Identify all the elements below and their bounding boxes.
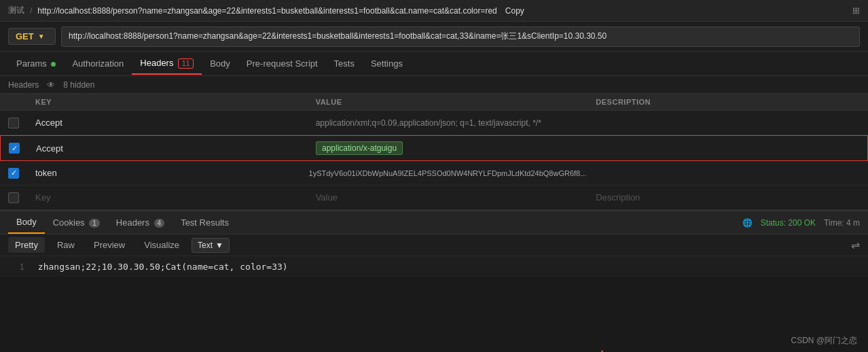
row2-value[interactable]: 1ySTdyV6o01iXDbWpNuA9IZEL4PSSOd0NW4NRYLF… xyxy=(301,164,595,183)
row3-desc[interactable]: Description xyxy=(587,187,868,208)
sort-icon[interactable]: ⇌ xyxy=(851,239,860,251)
row3-value[interactable]: Value xyxy=(308,187,588,208)
code-content: zhangsan;22;10.30.30.50;Cat(name=cat, co… xyxy=(38,262,288,272)
row0-key[interactable]: Accept xyxy=(27,112,308,133)
row0-desc[interactable] xyxy=(587,118,868,128)
chevron-down-icon: ▼ xyxy=(215,241,223,250)
row1-checkbox[interactable] xyxy=(9,143,20,154)
status-text: Status: 200 OK xyxy=(761,218,816,228)
tab-tests[interactable]: Tests xyxy=(326,53,363,74)
row0-value[interactable]: application/xml;q=0.09,application/json;… xyxy=(308,113,588,133)
url-input[interactable] xyxy=(61,27,860,47)
tab-cookies[interactable]: Cookies 1 xyxy=(45,212,108,233)
headers-response-badge: 4 xyxy=(154,219,165,228)
row2-checkbox[interactable] xyxy=(8,168,19,179)
top-bar: 测试 / http://localhost:8888/person?name=z… xyxy=(0,0,868,22)
subheader-label: Headers xyxy=(8,80,39,90)
footer: CSDN @阿门之恋 xyxy=(791,335,857,347)
tab-response-headers[interactable]: Headers 4 xyxy=(108,212,173,233)
row1-value[interactable]: application/x-atguigu xyxy=(308,136,587,160)
col-key: KEY xyxy=(27,98,308,106)
chevron-down-icon: ▼ xyxy=(38,33,45,40)
sub-header: Headers 👁 8 hidden xyxy=(0,76,868,94)
pretty-toolbar: Pretty Raw Preview Visualize Text ▼ ⇌ xyxy=(0,234,868,256)
value-highlight-badge: application/x-atguigu xyxy=(316,141,403,155)
headers-badge: 11 xyxy=(178,58,194,69)
time-text: Time: 4 m xyxy=(824,218,860,228)
table-row: Accept application/xml;q=0.09,applicatio… xyxy=(0,111,868,135)
col-description: DESCRIPTION xyxy=(587,98,868,106)
eye-icon: 👁 xyxy=(47,80,55,90)
url-bar: GET ▼ xyxy=(0,22,868,52)
tab-raw[interactable]: Raw xyxy=(50,237,82,253)
tab-authorization[interactable]: Authorization xyxy=(64,53,132,74)
tab-headers[interactable]: Headers 11 xyxy=(132,52,202,75)
tab-response-body[interactable]: Body xyxy=(8,211,45,234)
line-number: 1 xyxy=(8,262,24,272)
top-bar-url: http://localhost:8888/person?name=zhangs… xyxy=(37,6,496,16)
row1-key[interactable]: Accept xyxy=(28,138,308,159)
cookies-badge: 1 xyxy=(89,219,100,228)
method-dropdown[interactable]: GET ▼ xyxy=(8,28,56,45)
row1-desc[interactable] xyxy=(587,143,867,154)
tab-body[interactable]: Body xyxy=(202,53,238,74)
request-tabs: Params Authorization Headers 11 Body Pre… xyxy=(0,52,868,76)
main-content: Body Cookies 1 Headers 4 Test Results 🌐 … xyxy=(0,210,868,277)
top-bar-sep: / xyxy=(30,6,32,16)
tab-prerequest[interactable]: Pre-request Script xyxy=(238,53,326,74)
tab-params[interactable]: Params xyxy=(8,53,64,74)
tab-settings[interactable]: Settings xyxy=(363,53,411,74)
tab-preview[interactable]: Preview xyxy=(87,237,132,253)
row0-checkbox-cell[interactable] xyxy=(0,112,27,134)
hidden-count: 8 hidden xyxy=(63,80,94,90)
table-row-empty: Key Value Description xyxy=(0,186,868,210)
format-label: Text xyxy=(198,241,213,250)
tab-visualize[interactable]: Visualize xyxy=(137,237,186,253)
row3-checkbox[interactable] xyxy=(8,192,19,203)
status-area: 🌐 Status: 200 OK Time: 4 m xyxy=(742,218,860,228)
col-checkbox xyxy=(0,98,27,106)
row1-checkbox-cell[interactable] xyxy=(1,137,28,159)
col-value: VALUE xyxy=(308,98,588,106)
top-bar-copy[interactable]: Copy xyxy=(505,6,524,16)
row3-key[interactable]: Key xyxy=(27,187,308,208)
row2-checkbox-cell[interactable] xyxy=(0,162,27,184)
row3-checkbox-cell[interactable] xyxy=(0,187,27,209)
code-area: 1 zhangsan;22;10.30.30.50;Cat(name=cat, … xyxy=(0,256,868,277)
row2-desc[interactable] xyxy=(594,168,868,179)
format-dropdown[interactable]: Text ▼ xyxy=(192,238,230,253)
table-header-row: KEY VALUE DESCRIPTION xyxy=(0,94,868,111)
window-icon: ⊞ xyxy=(852,5,860,16)
row0-checkbox[interactable] xyxy=(8,118,19,128)
top-bar-label: 测试 xyxy=(8,5,24,16)
method-label: GET xyxy=(16,31,34,41)
globe-icon: 🌐 xyxy=(742,218,753,228)
headers-table: KEY VALUE DESCRIPTION Accept application… xyxy=(0,94,868,210)
arrow-indicator: ↘ xyxy=(596,345,612,352)
response-tabs: Body Cookies 1 Headers 4 Test Results 🌐 … xyxy=(0,210,868,234)
params-dot xyxy=(51,62,56,67)
table-row-highlighted: Accept application/x-atguigu xyxy=(0,135,868,161)
tab-pretty[interactable]: Pretty xyxy=(8,237,45,253)
row2-key[interactable]: token xyxy=(27,162,301,183)
footer-text: CSDN @阿门之恋 xyxy=(791,336,857,345)
tab-test-results[interactable]: Test Results xyxy=(173,212,237,233)
table-row: token 1ySTdyV6o01iXDbWpNuA9IZEL4PSSOd0NW… xyxy=(0,161,868,186)
